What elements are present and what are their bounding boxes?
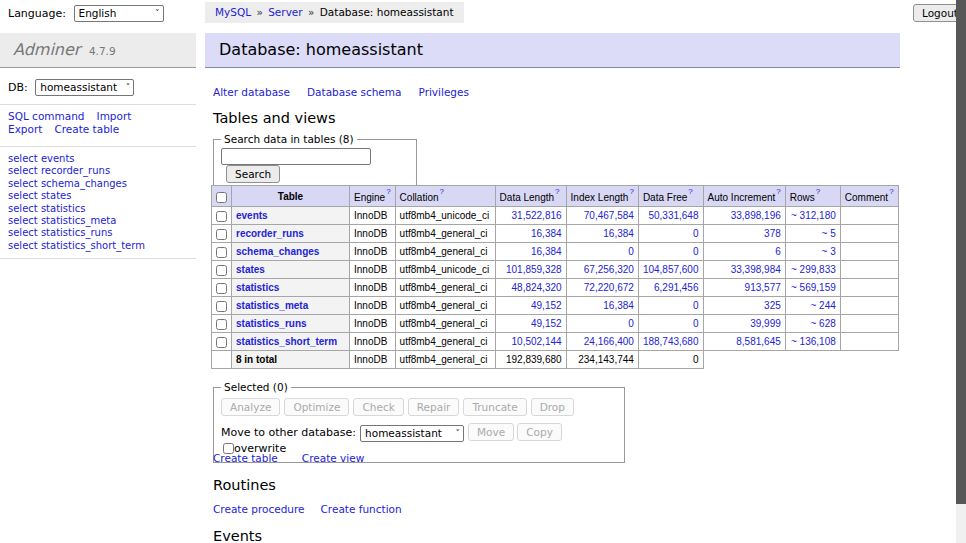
auto-increment-link[interactable]: 33,398,984: [731, 264, 781, 275]
column-help-link[interactable]: ?: [386, 187, 390, 196]
check-button[interactable]: Check: [353, 398, 403, 416]
truncate-button[interactable]: Truncate: [463, 398, 526, 416]
search-input[interactable]: [221, 148, 371, 165]
copy-button[interactable]: Copy: [517, 423, 562, 441]
index-length-link[interactable]: 72,220,672: [584, 282, 634, 293]
data-free-link[interactable]: 0: [693, 300, 699, 311]
index-length-link[interactable]: 16,384: [603, 300, 634, 311]
db-select[interactable]: homeassistant ˅: [35, 79, 134, 96]
sidebar-select-schema-changes[interactable]: select schema_changes: [8, 178, 145, 190]
app-version[interactable]: 4.7.9: [89, 45, 116, 57]
auto-increment-link[interactable]: 33,898,196: [731, 210, 781, 221]
sidebar-action-create-table[interactable]: Create table: [54, 123, 119, 136]
data-free-link[interactable]: 0: [693, 246, 699, 257]
link-privileges[interactable]: Privileges: [418, 86, 469, 98]
index-length-link[interactable]: 16,384: [603, 228, 634, 239]
data-length-link[interactable]: 49,152: [531, 300, 562, 311]
auto-increment-link[interactable]: 325: [764, 300, 781, 311]
auto-increment-link[interactable]: 8,581,645: [736, 336, 781, 347]
breadcrumb-server-link[interactable]: Server: [268, 6, 302, 18]
search-button[interactable]: Search: [226, 165, 280, 183]
data-length-link[interactable]: 49,152: [531, 318, 562, 329]
sidebar-select-events[interactable]: select events: [8, 153, 145, 165]
scrollbar-thumb[interactable]: [956, 0, 966, 504]
data-free-link[interactable]: 6,291,456: [654, 282, 699, 293]
table-link-statistics-runs[interactable]: statistics_runs: [236, 318, 307, 329]
data-length-link[interactable]: 16,384: [531, 228, 562, 239]
rows-link[interactable]: ~ 628: [810, 318, 835, 329]
sidebar-select-statistics-meta[interactable]: select statistics_meta: [8, 215, 145, 227]
table-link-statistics[interactable]: statistics: [236, 282, 279, 293]
data-length-link[interactable]: 101,859,328: [506, 264, 562, 275]
sidebar-action-sql-command[interactable]: SQL command: [8, 110, 85, 123]
rows-link[interactable]: ~ 5: [822, 228, 836, 239]
move-button[interactable]: Move: [468, 423, 514, 441]
data-free-link[interactable]: 188,743,680: [643, 336, 699, 347]
data-length-link[interactable]: 31,522,816: [512, 210, 562, 221]
auto-increment-link[interactable]: 6: [775, 246, 781, 257]
auto-increment-link[interactable]: 913,577: [745, 282, 781, 293]
sidebar-select-statistics[interactable]: select statistics: [8, 203, 145, 215]
data-length-link[interactable]: 48,824,320: [512, 282, 562, 293]
table-link-statistics-short-term[interactable]: statistics_short_term: [236, 336, 337, 347]
table-link-schema-changes[interactable]: schema_changes: [236, 246, 319, 257]
link-database-schema[interactable]: Database schema: [307, 86, 401, 98]
table-link-recorder-runs[interactable]: recorder_runs: [236, 228, 304, 239]
sidebar-select-recorder-runs[interactable]: select recorder_runs: [8, 165, 145, 177]
rows-link[interactable]: ~ 136,108: [791, 336, 836, 347]
link-create-procedure[interactable]: Create procedure: [213, 503, 305, 515]
row-checkbox[interactable]: [216, 211, 227, 222]
sidebar-select-statistics-runs[interactable]: select statistics_runs: [8, 227, 145, 239]
data-free-link[interactable]: 104,857,600: [643, 264, 699, 275]
rows-link[interactable]: ~ 244: [810, 300, 835, 311]
auto-increment-link[interactable]: 39,999: [750, 318, 781, 329]
row-checkbox[interactable]: [216, 283, 227, 294]
link-alter-database[interactable]: Alter database: [213, 86, 290, 98]
rows-link[interactable]: ~ 3: [822, 246, 836, 257]
move-db-select[interactable]: homeassistant˅: [360, 425, 464, 442]
row-checkbox[interactable]: [216, 265, 227, 276]
drop-button[interactable]: Drop: [531, 398, 574, 416]
table-link-statistics-meta[interactable]: statistics_meta: [236, 300, 308, 311]
row-checkbox[interactable]: [216, 301, 227, 312]
select-all-checkbox[interactable]: [216, 192, 227, 203]
column-help-link[interactable]: ?: [889, 187, 893, 196]
optimize-button[interactable]: Optimize: [284, 398, 349, 416]
column-help-link[interactable]: ?: [816, 187, 820, 196]
index-length-link[interactable]: 67,256,320: [584, 264, 634, 275]
data-free-link[interactable]: 0: [693, 318, 699, 329]
scrollbar[interactable]: [956, 0, 966, 543]
data-free-link[interactable]: 50,331,648: [648, 210, 698, 221]
analyze-button[interactable]: Analyze: [221, 398, 280, 416]
row-checkbox[interactable]: [216, 337, 227, 348]
row-checkbox[interactable]: [216, 247, 227, 258]
data-length-link[interactable]: 10,502,144: [512, 336, 562, 347]
sidebar-select-statistics-short-term[interactable]: select statistics_short_term: [8, 240, 145, 252]
row-checkbox[interactable]: [216, 319, 227, 330]
rows-link[interactable]: ~ 312,180: [791, 210, 836, 221]
language-select[interactable]: English ˅: [74, 5, 164, 22]
rows-link[interactable]: ~ 299,833: [791, 264, 836, 275]
column-help-link[interactable]: ?: [555, 187, 559, 196]
rows-link[interactable]: ~ 569,159: [791, 282, 836, 293]
data-free-link[interactable]: 0: [693, 228, 699, 239]
table-link-events[interactable]: events: [236, 210, 268, 221]
index-length-link[interactable]: 0: [628, 318, 634, 329]
link-create-function[interactable]: Create function: [321, 503, 402, 515]
table-link-states[interactable]: states: [236, 264, 265, 275]
data-length-link[interactable]: 16,384: [531, 246, 562, 257]
sidebar-action-import[interactable]: Import: [97, 110, 132, 123]
breadcrumb-mysql-link[interactable]: MySQL: [215, 6, 251, 18]
link-create-view[interactable]: Create view: [302, 452, 364, 464]
sidebar-select-states[interactable]: select states: [8, 190, 145, 202]
index-length-link[interactable]: 0: [628, 246, 634, 257]
index-length-link[interactable]: 70,467,584: [584, 210, 634, 221]
column-help-link[interactable]: ?: [776, 187, 780, 196]
row-checkbox[interactable]: [216, 229, 227, 240]
column-help-link[interactable]: ?: [629, 187, 633, 196]
link-create-table[interactable]: Create table: [213, 452, 278, 464]
sidebar-action-export[interactable]: Export: [8, 123, 42, 136]
index-length-link[interactable]: 24,166,400: [584, 336, 634, 347]
column-help-link[interactable]: ?: [688, 187, 692, 196]
auto-increment-link[interactable]: 378: [764, 228, 781, 239]
